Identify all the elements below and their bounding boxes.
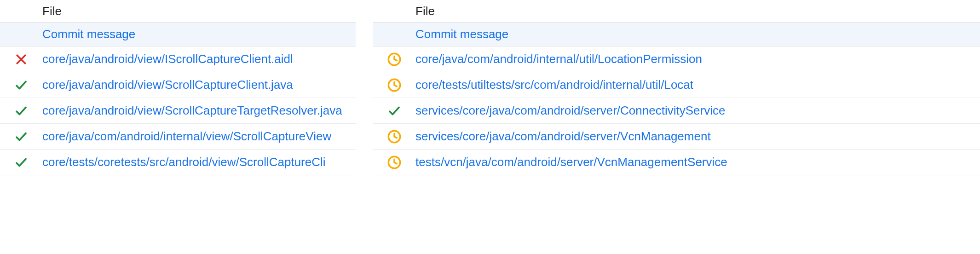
status-icon-cell (0, 104, 42, 118)
pending-icon (387, 52, 402, 67)
status-icon-cell (373, 129, 415, 144)
file-row[interactable]: core/java/com/android/internal/util/Loca… (373, 46, 980, 72)
commit-message-label: Commit message (415, 27, 508, 41)
status-icon-cell (0, 156, 42, 169)
file-list-panel-left: File Commit message core/java/android/vi… (0, 0, 356, 254)
file-row[interactable]: core/java/android/view/ScrollCaptureTarg… (0, 98, 356, 124)
pass-icon (386, 104, 402, 118)
file-row[interactable]: core/tests/utiltests/src/com/android/int… (373, 72, 980, 98)
status-icon-cell (373, 78, 415, 92)
commit-message-row[interactable]: Commit message (373, 23, 980, 46)
file-header-label: File (415, 4, 435, 18)
fail-icon (14, 52, 28, 66)
status-icon-cell (0, 130, 42, 144)
commit-message-row[interactable]: Commit message (0, 23, 356, 46)
status-icon-cell (373, 52, 415, 67)
status-icon-cell (0, 78, 42, 92)
file-row[interactable]: core/tests/coretests/src/android/view/Sc… (0, 150, 356, 175)
pass-icon (13, 104, 29, 118)
file-path-link[interactable]: core/tests/coretests/src/android/view/Sc… (42, 155, 326, 169)
file-row[interactable]: tests/vcn/java/com/android/server/VcnMan… (373, 150, 980, 175)
pending-icon (387, 129, 402, 144)
file-path-link[interactable]: services/core/java/com/android/server/Vc… (415, 129, 711, 144)
status-icon-cell (0, 52, 42, 66)
file-path-link[interactable]: core/java/android/view/IScrollCaptureCli… (42, 52, 293, 66)
file-column-header: File (373, 0, 980, 23)
file-row[interactable]: core/java/android/view/IScrollCaptureCli… (0, 46, 356, 72)
file-column-header: File (0, 0, 356, 23)
file-row[interactable]: services/core/java/com/android/server/Vc… (373, 124, 980, 150)
file-path-link[interactable]: tests/vcn/java/com/android/server/VcnMan… (415, 155, 727, 169)
pass-icon (13, 156, 29, 169)
commit-message-label: Commit message (42, 27, 135, 41)
file-path-link[interactable]: core/java/com/android/internal/view/Scro… (42, 129, 331, 144)
file-header-label: File (42, 4, 62, 18)
pending-icon (387, 78, 402, 92)
file-path-link[interactable]: core/java/android/view/ScrollCaptureClie… (42, 78, 293, 92)
file-list-panel-right: File Commit message core/java/com/androi… (373, 0, 980, 254)
pass-icon (13, 130, 29, 144)
file-path-link[interactable]: services/core/java/com/android/server/Co… (415, 104, 725, 118)
file-path-link[interactable]: core/java/android/view/ScrollCaptureTarg… (42, 104, 342, 118)
status-icon-cell (373, 104, 415, 118)
pending-icon (387, 155, 402, 170)
file-path-link[interactable]: core/java/com/android/internal/util/Loca… (415, 52, 702, 66)
file-row[interactable]: services/core/java/com/android/server/Co… (373, 98, 980, 124)
status-icon-cell (373, 155, 415, 170)
file-row[interactable]: core/java/android/view/ScrollCaptureClie… (0, 72, 356, 98)
file-path-link[interactable]: core/tests/utiltests/src/com/android/int… (415, 78, 693, 92)
pass-icon (13, 78, 29, 92)
file-row[interactable]: core/java/com/android/internal/view/Scro… (0, 124, 356, 150)
